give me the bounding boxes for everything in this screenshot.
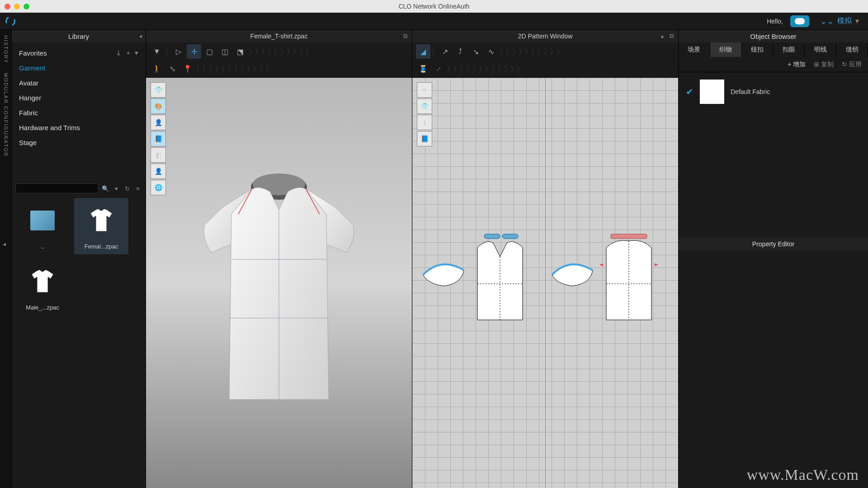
simulate-mode-button[interactable]: ⌄⌄ 模拟 ▾	[816, 16, 863, 26]
segment-sewing-tool[interactable]: ⟋	[431, 62, 446, 76]
collapse-arrow-icon[interactable]: ▸	[661, 33, 665, 40]
gizmo-tool[interactable]: ⬔	[233, 44, 247, 59]
separator: 〉	[255, 46, 260, 57]
fabric-name: Default Fabric	[731, 88, 770, 95]
separator: 〉	[499, 46, 505, 57]
edit-pattern-tool[interactable]: ◢	[416, 44, 430, 59]
download-icon[interactable]: ⤓	[116, 49, 122, 57]
app-logo-icon[interactable]	[4, 14, 17, 27]
history-tab[interactable]: HISTORY	[3, 35, 9, 64]
viewport-2d[interactable]: ✏ 👕 ℹ 📘	[412, 78, 678, 488]
lasso-tool[interactable]: ◫	[217, 44, 232, 59]
window-titlebar: CLO Network OnlineAuth	[0, 0, 868, 13]
simulate-tool[interactable]: ▼	[150, 44, 164, 59]
arrange-tool[interactable]: ⤡	[165, 62, 179, 76]
thick-view-tool[interactable]: ◧	[151, 147, 166, 163]
show-2d-tool[interactable]: 📘	[417, 131, 432, 146]
file-male-tshirt[interactable]: Male_...zpac	[15, 259, 70, 315]
library-item-hardware[interactable]: Hardware and Trims	[12, 120, 146, 135]
fabric-swatch	[700, 80, 724, 104]
filter-dropdown-icon[interactable]: ▾	[112, 184, 120, 192]
sewing-tool[interactable]: 🧵	[416, 62, 430, 76]
avatar-pose-tool[interactable]: 🚶	[150, 62, 164, 76]
view3d-toolbar-2: 🚶 ⤡ 📍 〉 〉 〉 〉 〉 〉 〉 〉 〉 〉 〉 〉	[146, 61, 412, 78]
modular-configurator-tab[interactable]: MODULAR CONFIGURATOR	[3, 73, 9, 157]
library-search-input[interactable]	[15, 183, 99, 193]
greeting-text: Hello,	[767, 18, 783, 25]
pattern-view-tool[interactable]: ✏	[417, 82, 432, 98]
separator: 〉	[248, 46, 254, 57]
show-garment-tool[interactable]: 👕	[417, 99, 432, 114]
maximize-window-button[interactable]	[24, 4, 29, 9]
add-point-tool[interactable]: ⤴	[453, 44, 467, 59]
library-item-fabric[interactable]: Fabric	[12, 105, 146, 120]
separator: 〉	[165, 46, 170, 57]
avatar-hide-tool[interactable]: 👤	[151, 164, 166, 179]
library-item-garment[interactable]: Garment	[12, 61, 146, 75]
file-female-tshirt[interactable]: Femal...zpac	[74, 198, 128, 254]
move-tool[interactable]: ✛	[187, 44, 201, 59]
separator: 〉	[215, 64, 220, 75]
add-fabric-button[interactable]: + 增加	[788, 61, 806, 69]
avatar-view-tool[interactable]: 👤	[151, 115, 166, 130]
tab-fabric[interactable]: 织物	[710, 42, 742, 57]
search-icon[interactable]: 🔍	[101, 184, 109, 192]
close-window-button[interactable]	[5, 4, 10, 9]
dropdown-arrow-icon: ▾	[855, 17, 859, 25]
pattern-pieces	[419, 216, 672, 333]
fabric-list: ✔ Default Fabric	[679, 72, 868, 111]
edit-line-tool[interactable]: ↘	[468, 44, 483, 59]
folder-icon	[30, 211, 55, 230]
select-tool[interactable]: ▷	[171, 44, 186, 59]
list-view-icon[interactable]: ≡	[134, 184, 142, 192]
more-icon[interactable]: ▾	[135, 49, 138, 57]
curve-point-tool[interactable]: ∿	[484, 44, 498, 59]
minimize-window-button[interactable]	[14, 4, 20, 9]
edit-curve-tool[interactable]: ↗	[438, 44, 452, 59]
separator: 〉	[240, 64, 245, 75]
refresh-icon[interactable]: ↻	[123, 184, 131, 192]
svg-rect-7	[484, 234, 500, 239]
chevron-down-icon: ⌄⌄	[820, 16, 834, 26]
library-item-avatar[interactable]: Avatar	[12, 75, 146, 90]
folder-up[interactable]: ..	[15, 198, 70, 254]
library-item-hanger[interactable]: Hanger	[12, 90, 146, 105]
property-editor-title: Property Editor	[752, 240, 794, 248]
info-tool[interactable]: ℹ	[417, 115, 432, 130]
library-item-stage[interactable]: Stage	[12, 135, 146, 150]
viewport-3d[interactable]: 👕 🎨 👤 📘 ◧ 👤 🌐	[146, 78, 412, 488]
add-icon[interactable]: +	[126, 49, 130, 57]
garment-view-tool[interactable]: 👕	[151, 82, 166, 98]
popout-icon[interactable]: ⧉	[403, 33, 407, 40]
tab-button[interactable]: 纽扣	[742, 42, 774, 57]
view2d-toolbar-1: ◢ 〉 ↗ ⤴ ↘ ∿ 〉 〉 〉 〉 〉 〉 〉 〉 〉 〉	[412, 42, 678, 61]
copy-fabric-button[interactable]: ⊞ 复制	[814, 61, 834, 69]
tab-seam[interactable]: 缝纫	[836, 42, 868, 57]
separator: 〉	[246, 64, 252, 75]
tab-scene[interactable]: 场景	[679, 42, 710, 57]
collapse-arrow-icon[interactable]: ◂	[139, 33, 142, 39]
view3d-header: Female_T-shirt.zpac ⧉	[146, 30, 412, 42]
property-editor-body	[679, 250, 868, 488]
separator: 〉	[478, 64, 484, 75]
tab-topstitch[interactable]: 明线	[805, 42, 836, 57]
texture-view-tool[interactable]: 🎨	[151, 99, 166, 114]
fabric-item-default[interactable]: ✔ Default Fabric	[686, 80, 861, 104]
pin-tool[interactable]: 📍	[180, 62, 195, 76]
cloud-button[interactable]	[790, 15, 809, 27]
collapse-arrow-icon[interactable]: ◂	[3, 240, 6, 248]
separator: 〉	[497, 64, 503, 75]
separator: 〉	[466, 64, 471, 75]
separator: 〉	[472, 64, 477, 75]
world-view-tool[interactable]: 🌐	[151, 180, 166, 195]
tab-buttonhole[interactable]: 扣眼	[773, 42, 805, 57]
apply-fabric-button[interactable]: ↻ 应用	[842, 61, 862, 69]
tshirt-icon	[28, 267, 57, 296]
box-select-tool[interactable]: ▢	[202, 44, 217, 59]
add-label: 增加	[793, 61, 806, 68]
library-item-favorites[interactable]: Favorites ⤓ + ▾	[12, 45, 146, 61]
popout-icon[interactable]: ⧉	[670, 33, 674, 40]
show-3d-tool[interactable]: 📘	[151, 131, 166, 146]
separator: 〉	[259, 64, 264, 75]
library-item-label: Hanger	[19, 94, 41, 102]
